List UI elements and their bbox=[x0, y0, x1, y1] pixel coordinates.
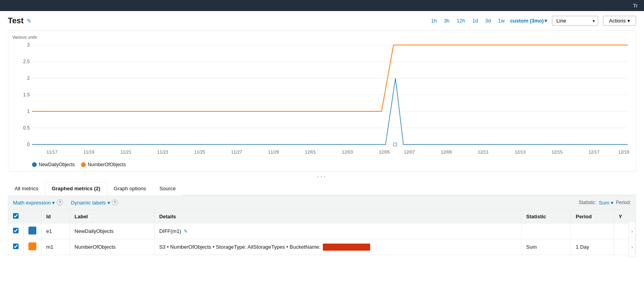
row1-statistic bbox=[521, 223, 571, 239]
time-controls: 1h 3h 12h 1d 3d 1w custom (3mo) ▾ bbox=[429, 17, 547, 24]
metrics-toolbar: Math expression ▾ ? Dynamic labels ▾ ? S… bbox=[8, 195, 636, 210]
svg-text:11/27: 11/27 bbox=[231, 150, 242, 154]
tabs-row: All metrics Graphed metrics (2) Graph op… bbox=[8, 182, 636, 195]
svg-text:11/25: 11/25 bbox=[194, 150, 205, 154]
select-all-checkbox[interactable] bbox=[13, 213, 19, 219]
top-bar: Tr bbox=[0, 0, 644, 11]
title-area: Test ✎ bbox=[8, 16, 32, 25]
svg-text:12/09: 12/09 bbox=[441, 150, 452, 154]
row2-statistic: Sum bbox=[521, 239, 571, 255]
controls-area: 1h 3h 12h 1d 3d 1w custom (3mo) ▾ Line S… bbox=[429, 16, 636, 26]
row2-checkbox[interactable] bbox=[13, 244, 19, 249]
svg-text:12/15: 12/15 bbox=[552, 150, 563, 154]
svg-text:12/11: 12/11 bbox=[478, 150, 489, 154]
row2-color-swatch[interactable] bbox=[28, 242, 36, 250]
svg-text:11/29: 11/29 bbox=[268, 150, 279, 154]
statistic-label: Statistic: bbox=[578, 200, 596, 205]
time-12h[interactable]: 12h bbox=[455, 17, 467, 24]
metrics-table: Id Label Details Statistic Period Y e1 N… bbox=[8, 210, 636, 255]
time-3d[interactable]: 3d bbox=[484, 17, 492, 24]
row1-color-cell bbox=[24, 223, 41, 239]
chart-type-select[interactable]: Line Stacked area Number bbox=[552, 16, 598, 26]
tab-graphed-metrics[interactable]: Graphed metrics (2) bbox=[45, 182, 107, 195]
svg-text:1.5: 1.5 bbox=[23, 92, 30, 98]
tab-source[interactable]: Source bbox=[153, 182, 182, 195]
edit-title-icon[interactable]: ✎ bbox=[27, 18, 32, 24]
svg-text:11/17: 11/17 bbox=[47, 150, 58, 154]
svg-text:2.5: 2.5 bbox=[23, 59, 30, 64]
dynamic-labels-help-icon[interactable]: ? bbox=[112, 199, 118, 206]
chart-type-wrapper: Line Stacked area Number bbox=[552, 16, 598, 26]
svg-text:11/23: 11/23 bbox=[157, 150, 168, 154]
custom-time-picker[interactable]: custom (3mo) ▾ bbox=[510, 18, 547, 24]
svg-text:12/17: 12/17 bbox=[589, 150, 600, 154]
svg-text:11/21: 11/21 bbox=[121, 150, 132, 154]
dynamic-labels-group: Dynamic labels ▾ ? bbox=[71, 199, 118, 206]
svg-text:0.5: 0.5 bbox=[23, 125, 30, 131]
math-expression-button[interactable]: Math expression ▾ bbox=[13, 200, 55, 206]
legend-label-orange: NumberOfObjects bbox=[88, 162, 126, 167]
svg-text:3: 3 bbox=[27, 42, 30, 48]
row2-nav-arrow[interactable]: › bbox=[629, 237, 636, 257]
legend-color-blue bbox=[32, 162, 37, 167]
svg-text:11/19: 11/19 bbox=[83, 150, 94, 154]
chart-y-label: Various units bbox=[12, 35, 632, 39]
legend-label-blue: NewDailyObjects bbox=[39, 162, 75, 167]
dynamic-labels-arrow: ▾ bbox=[107, 200, 110, 206]
math-expression-arrow: ▾ bbox=[52, 200, 55, 206]
math-expression-help-icon[interactable]: ? bbox=[56, 199, 63, 206]
dynamic-labels-button[interactable]: Dynamic labels ▾ bbox=[71, 200, 110, 206]
legend-color-orange bbox=[81, 162, 86, 167]
time-1d[interactable]: 1d bbox=[471, 17, 480, 24]
row2-checkbox-cell bbox=[8, 239, 24, 255]
math-expression-group: Math expression ▾ ? bbox=[13, 199, 63, 206]
row1-details: DIFF(m1) ✎ bbox=[154, 223, 521, 239]
top-bar-text: Tr bbox=[633, 3, 638, 9]
time-3h[interactable]: 3h bbox=[442, 17, 451, 24]
svg-text:1: 1 bbox=[27, 109, 30, 114]
row1-checkbox[interactable] bbox=[13, 228, 19, 233]
period-label: Period: bbox=[616, 200, 631, 205]
tab-all-metrics[interactable]: All metrics bbox=[8, 182, 45, 195]
row1-id: e1 bbox=[41, 223, 70, 239]
time-1h[interactable]: 1h bbox=[429, 17, 438, 24]
actions-button[interactable]: Actions ▾ bbox=[603, 16, 636, 26]
col-header-details: Details bbox=[154, 210, 521, 223]
row2-redacted-value bbox=[323, 244, 370, 251]
tab-graph-options[interactable]: Graph options bbox=[107, 182, 153, 195]
svg-text:12/01: 12/01 bbox=[305, 150, 316, 154]
page-title: Test bbox=[8, 16, 24, 25]
row2-label: NumberOfObjects bbox=[70, 239, 154, 255]
row1-y: › bbox=[614, 223, 636, 239]
chart-more: ··· bbox=[8, 173, 636, 180]
main-content: Test ✎ 1h 3h 12h 1d 3d 1w custom (3mo) ▾… bbox=[0, 11, 644, 260]
row1-period bbox=[571, 223, 614, 239]
actions-arrow-icon: ▾ bbox=[627, 18, 630, 24]
svg-text:12/03: 12/03 bbox=[342, 150, 353, 154]
time-1w[interactable]: 1w bbox=[497, 17, 507, 24]
svg-text:0: 0 bbox=[27, 142, 30, 147]
col-header-id: Id bbox=[41, 210, 70, 223]
svg-text:12/19: 12/19 bbox=[618, 150, 629, 154]
row2-y: › bbox=[614, 239, 636, 255]
header-row: Test ✎ 1h 3h 12h 1d 3d 1w custom (3mo) ▾… bbox=[8, 16, 636, 26]
col-header-period: Period bbox=[571, 210, 614, 223]
math-expression-label: Math expression bbox=[13, 200, 51, 206]
table-row: m1 NumberOfObjects S3 • NumberOfObjects … bbox=[8, 239, 636, 255]
row1-label: NewDailyObjects bbox=[70, 223, 154, 239]
svg-text:2: 2 bbox=[27, 75, 30, 81]
svg-text:12/05: 12/05 bbox=[379, 150, 390, 154]
legend-area: NewDailyObjects NumberOfObjects bbox=[12, 162, 632, 167]
row1-color-swatch[interactable] bbox=[28, 227, 36, 234]
row1-checkbox-cell bbox=[8, 223, 24, 239]
col-header-statistic: Statistic bbox=[521, 210, 571, 223]
row1-edit-icon[interactable]: ✎ bbox=[184, 229, 188, 234]
dynamic-labels-label: Dynamic labels bbox=[71, 200, 105, 206]
actions-label: Actions bbox=[609, 18, 626, 24]
statistic-value[interactable]: Sum ▾ bbox=[599, 200, 614, 206]
toolbar-left: Math expression ▾ ? Dynamic labels ▾ ? bbox=[13, 199, 118, 206]
row2-period: 1 Day bbox=[571, 239, 614, 255]
col-header-label: Label bbox=[70, 210, 154, 223]
legend-item-blue: NewDailyObjects bbox=[32, 162, 75, 167]
row2-details: S3 • NumberOfObjects • StorageType: AllS… bbox=[154, 239, 521, 255]
